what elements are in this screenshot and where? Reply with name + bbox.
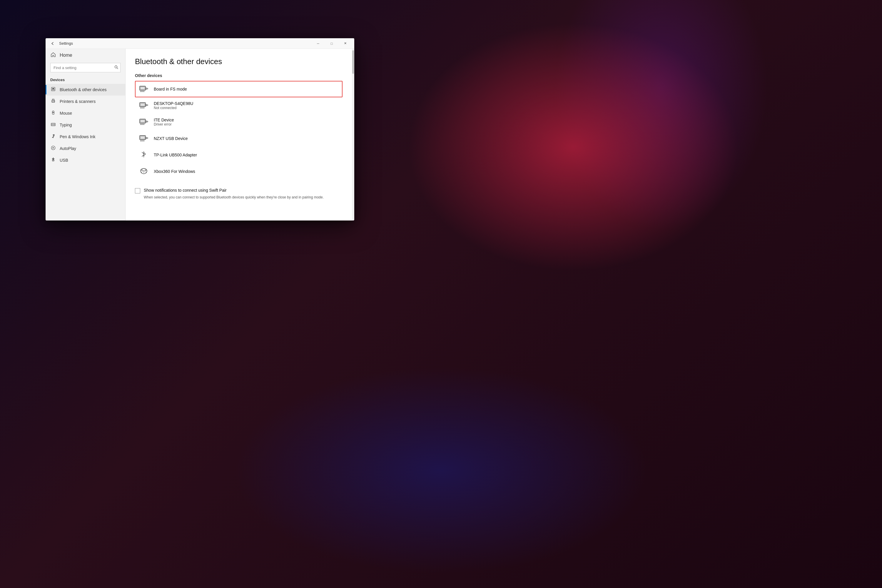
svg-rect-7 <box>52 99 54 100</box>
svg-rect-38 <box>147 105 148 105</box>
sidebar-item-bluetooth-label: Bluetooth & other devices <box>60 87 107 92</box>
device-list: Board in FS mode <box>135 81 342 180</box>
svg-rect-20 <box>53 158 54 160</box>
device-icon-board-fs <box>138 84 149 94</box>
sidebar-item-pen-label: Pen & Windows Ink <box>60 134 95 139</box>
pen-icon <box>50 134 56 140</box>
svg-rect-3 <box>52 88 53 89</box>
window-body: Home Devices <box>46 49 354 220</box>
device-xbox360[interactable]: Xbox360 For Windows <box>135 163 342 180</box>
svg-rect-4 <box>53 88 54 89</box>
svg-rect-8 <box>52 101 54 102</box>
main-content: Bluetooth & other devices Other devices <box>126 49 352 220</box>
swift-pair-description: When selected, you can connect to suppor… <box>135 195 342 200</box>
svg-rect-5 <box>52 89 54 90</box>
svg-point-63 <box>145 170 146 171</box>
other-devices-heading: Other devices <box>135 73 342 78</box>
svg-rect-45 <box>140 120 145 123</box>
sidebar-item-usb-label: USB <box>60 158 68 163</box>
svg-rect-17 <box>54 124 55 125</box>
svg-rect-56 <box>147 138 148 138</box>
svg-point-62 <box>141 170 142 171</box>
svg-rect-29 <box>147 88 148 89</box>
svg-rect-16 <box>53 124 54 125</box>
titlebar: Settings ─ □ ✕ <box>46 38 354 49</box>
device-nzxt[interactable]: NZXT USB Device <box>135 130 342 147</box>
svg-rect-15 <box>52 124 52 125</box>
device-info-nzxt: NZXT USB Device <box>154 136 188 141</box>
page-title: Bluetooth & other devices <box>135 57 342 66</box>
swift-pair-label: Show notifications to connect using Swif… <box>144 188 226 193</box>
device-desktop[interactable]: DESKTOP-S4QE98U Not connected <box>135 98 342 114</box>
device-icon-xbox360 <box>138 166 149 177</box>
device-name-ite: ITE Device <box>154 118 174 122</box>
device-icon-ite <box>138 117 149 127</box>
device-icon-tplink <box>138 150 149 160</box>
device-name-tplink: TP-Link UB500 Adapter <box>154 153 197 157</box>
device-info-board-fs: Board in FS mode <box>154 87 187 92</box>
back-button[interactable] <box>49 40 56 47</box>
device-tplink[interactable]: TP-Link UB500 Adapter <box>135 147 342 163</box>
swift-pair-section: Show notifications to connect using Swif… <box>135 188 342 200</box>
swift-pair-row: Show notifications to connect using Swif… <box>135 188 342 194</box>
device-icon-nzxt <box>138 133 149 144</box>
svg-rect-13 <box>53 124 54 124</box>
back-icon <box>51 42 54 45</box>
sidebar-item-printers[interactable]: Printers & scanners <box>46 96 125 107</box>
svg-point-9 <box>54 101 54 101</box>
mouse-icon <box>50 110 56 116</box>
search-input[interactable] <box>50 63 120 72</box>
device-info-xbox360: Xbox360 For Windows <box>154 169 195 174</box>
typing-icon <box>50 122 56 128</box>
search-container <box>50 63 120 72</box>
sidebar-item-autoplay[interactable]: AutoPlay <box>46 142 125 154</box>
sidebar-item-mouse-label: Mouse <box>60 111 72 116</box>
sidebar-item-bluetooth[interactable]: Bluetooth & other devices <box>46 84 125 96</box>
svg-point-18 <box>53 135 54 135</box>
bluetooth-icon <box>50 87 56 93</box>
svg-point-64 <box>144 171 144 171</box>
sidebar-item-autoplay-label: AutoPlay <box>60 146 76 151</box>
sidebar-item-pen[interactable]: Pen & Windows Ink <box>46 131 125 142</box>
home-icon <box>50 52 56 58</box>
svg-rect-54 <box>140 136 145 139</box>
sidebar-section-title: Devices <box>46 75 125 84</box>
settings-window: Settings ─ □ ✕ Home <box>46 38 354 220</box>
device-name-nzxt: NZXT USB Device <box>154 136 188 141</box>
maximize-button[interactable]: □ <box>325 38 338 49</box>
close-button[interactable]: ✕ <box>338 38 352 49</box>
home-label: Home <box>60 52 72 58</box>
sidebar: Home Devices <box>46 49 126 220</box>
window-title: Settings <box>59 41 73 46</box>
sidebar-item-typing-label: Typing <box>60 123 72 127</box>
device-name-xbox360: Xbox360 For Windows <box>154 169 195 174</box>
device-board-fs[interactable]: Board in FS mode <box>135 81 342 98</box>
device-info-tplink: TP-Link UB500 Adapter <box>154 153 197 157</box>
device-name-board-fs: Board in FS mode <box>154 87 187 92</box>
usb-icon <box>50 157 56 163</box>
scrollbar-track[interactable] <box>352 49 354 220</box>
device-icon-desktop <box>138 100 149 111</box>
sidebar-item-typing[interactable]: Typing <box>46 119 125 131</box>
device-ite[interactable]: ITE Device Driver error <box>135 114 342 130</box>
scrollbar-thumb[interactable] <box>352 50 354 74</box>
sidebar-item-mouse[interactable]: Mouse <box>46 107 125 119</box>
titlebar-left: Settings <box>49 40 73 47</box>
svg-rect-47 <box>147 121 148 122</box>
device-name-desktop: DESKTOP-S4QE98U <box>154 101 193 106</box>
svg-rect-12 <box>52 124 52 124</box>
printer-icon <box>50 99 56 104</box>
svg-rect-36 <box>140 103 145 106</box>
sidebar-item-home[interactable]: Home <box>46 49 125 62</box>
svg-rect-27 <box>140 87 145 90</box>
autoplay-icon <box>50 146 56 152</box>
sidebar-item-printers-label: Printers & scanners <box>60 99 96 104</box>
minimize-button[interactable]: ─ <box>311 38 325 49</box>
sidebar-item-usb[interactable]: USB <box>46 154 125 166</box>
titlebar-controls: ─ □ ✕ <box>311 38 352 49</box>
device-info-ite: ITE Device Driver error <box>154 118 174 126</box>
swift-pair-checkbox[interactable] <box>135 188 140 194</box>
device-status-ite: Driver error <box>154 122 174 126</box>
device-info-desktop: DESKTOP-S4QE98U Not connected <box>154 101 193 110</box>
svg-rect-14 <box>54 124 55 124</box>
